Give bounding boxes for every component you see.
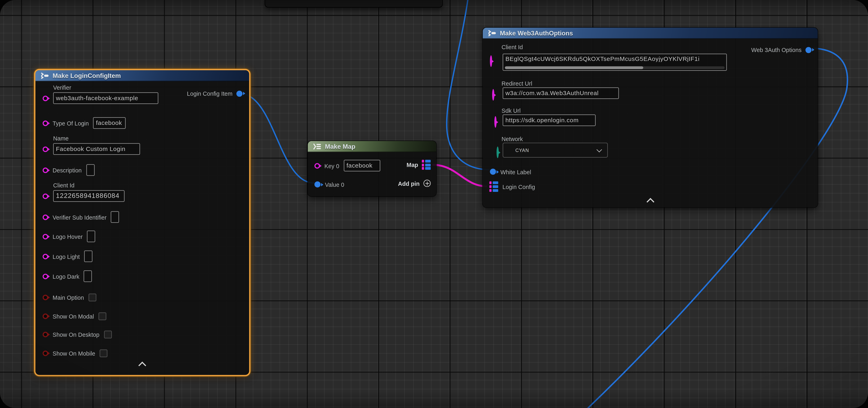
pin-description[interactable] (42, 167, 48, 173)
row-logo-dark: Logo Dark (35, 270, 249, 282)
row-output-login-config-item: Login Config Item (187, 90, 243, 97)
node-title: Make Web3AuthOptions (500, 30, 573, 36)
verifier-sub-identifier-field[interactable] (111, 211, 119, 223)
pin-value-0[interactable] (314, 181, 320, 188)
pin-network[interactable] (497, 146, 499, 158)
add-pin-label: Add pin (398, 180, 420, 186)
pin-label-show-on-modal: Show On Modal (53, 313, 94, 319)
pin-label-sdk-url: Sdk Url (501, 107, 521, 114)
offscreen-node-fragment[interactable] (265, 0, 443, 8)
pin-label-client-id: Client Id (53, 182, 249, 189)
pin-label-name: Name (53, 135, 249, 142)
network-dropdown[interactable]: CYAN (503, 143, 608, 158)
pin-label-description: Description (53, 167, 82, 173)
pin-label-show-on-desktop: Show On Desktop (53, 331, 99, 338)
pin-white-label[interactable] (490, 169, 496, 175)
row-verifier-sub-identifier: Verifier Sub Identifier (35, 211, 249, 223)
pin-label-type-of-login: Type Of Login (53, 120, 89, 127)
pin-show-on-modal[interactable] (42, 313, 48, 319)
make-struct-icon (40, 72, 49, 79)
row-main-option: Main Option (35, 292, 249, 303)
key-0-field[interactable]: facebook (344, 160, 380, 171)
pin-map-output[interactable] (422, 160, 431, 170)
logo-dark-field[interactable] (84, 270, 92, 282)
pin-login-config[interactable] (489, 181, 498, 192)
pin-logo-hover[interactable] (42, 234, 48, 239)
row-client-id: Client Id 1222658941886084 (35, 182, 249, 202)
row-show-on-modal: Show On Modal (35, 310, 249, 322)
pin-key-0[interactable] (314, 163, 320, 168)
pin-label-logo-light: Logo Light (53, 253, 80, 260)
row-logo-hover: Logo Hover (35, 231, 249, 242)
redirect-url-field[interactable]: w3a://com.w3a.Web3AuthUnreal (503, 88, 619, 99)
show-on-modal-checkbox[interactable] (98, 312, 106, 320)
pin-login-config-item-output[interactable] (237, 91, 243, 97)
pin-client-id[interactable] (42, 193, 48, 199)
client-id-field[interactable]: 1222658941886084 (53, 190, 124, 202)
map-output-label: Map (407, 162, 418, 168)
pin-logo-dark[interactable] (42, 273, 48, 279)
collapse-chevron-icon[interactable] (646, 198, 654, 206)
node-header[interactable]: Make Map (308, 141, 436, 152)
client-id-field[interactable]: BEglQSgt4cUWcj6SKRdu5QkOXTsePmMcusG5EAoy… (503, 54, 727, 71)
pin-label-logo-dark: Logo Dark (53, 273, 80, 279)
verifier-field[interactable]: web3auth-facebook-example (53, 92, 158, 104)
logo-hover-field[interactable] (87, 231, 95, 242)
node-header[interactable]: Make LoginConfigItem (35, 70, 249, 81)
pin-label-key-0: Key 0 (324, 162, 339, 169)
logo-light-field[interactable] (84, 250, 92, 262)
client-id-text: BEglQSgt4cUWcj6SKRdu5QkOXTsePmMcusG5EAoy… (503, 54, 726, 62)
pin-label-logo-hover: Logo Hover (53, 233, 83, 240)
row-name: Name Facebook Custom Login (35, 135, 249, 155)
row-type-of-login: Type Of Login facebook (35, 117, 249, 129)
row-show-on-mobile: Show On Mobile (35, 347, 249, 359)
row-output-web3auth-options: Web 3Auth Options (751, 46, 811, 53)
name-field[interactable]: Facebook Custom Login (53, 143, 140, 155)
show-on-mobile-checkbox[interactable] (100, 349, 107, 357)
type-of-login-field[interactable]: facebook (93, 117, 126, 129)
pin-client-id[interactable] (490, 55, 492, 67)
chevron-down-icon (596, 146, 602, 152)
client-id-scrollbar-track[interactable] (505, 66, 725, 69)
pin-name[interactable] (42, 146, 48, 152)
description-field[interactable] (86, 164, 94, 176)
pin-main-option[interactable] (42, 295, 48, 300)
pin-label-network: Network (501, 135, 523, 142)
pin-logo-light[interactable] (42, 253, 48, 259)
pin-verifier[interactable] (42, 95, 48, 101)
pin-verifier-sub-identifier[interactable] (42, 214, 48, 220)
pin-web3auth-options-output[interactable] (805, 47, 811, 53)
row-white-label: White Label (483, 166, 817, 177)
add-pin-plus-icon[interactable] (424, 180, 431, 187)
row-login-config: Login Config (483, 181, 817, 192)
sdk-url-field[interactable]: https://sdk.openlogin.com (503, 114, 596, 126)
graph-canvas[interactable]: Make LoginConfigItem Verifier web3auth-f… (0, 0, 868, 408)
pin-redirect-url[interactable] (492, 89, 494, 101)
node-make-loginconfigitem[interactable]: Make LoginConfigItem Verifier web3auth-f… (35, 70, 249, 375)
node-header[interactable]: Make Web3AuthOptions (483, 28, 817, 39)
row-output-map: Map (407, 160, 431, 170)
show-on-desktop-checkbox[interactable] (104, 330, 112, 338)
output-label: Login Config Item (187, 90, 232, 97)
output-label: Web 3Auth Options (751, 46, 802, 53)
pin-sdk-url[interactable] (494, 116, 497, 128)
pin-show-on-desktop[interactable] (42, 332, 48, 337)
network-selected-value: CYAN (516, 147, 529, 153)
collapse-chevron-icon[interactable] (138, 362, 146, 370)
node-title: Make LoginConfigItem (53, 72, 121, 79)
node-make-map[interactable]: Make Map Key 0 facebook Map Value 0 Add … (308, 141, 436, 196)
pin-show-on-mobile[interactable] (42, 350, 48, 356)
row-logo-light: Logo Light (35, 250, 249, 262)
row-add-pin: Add pin (398, 180, 431, 187)
node-make-web3authoptions[interactable]: Make Web3AuthOptions Client Id Web 3Auth… (483, 28, 817, 207)
client-id-scrollbar-thumb[interactable] (505, 66, 643, 69)
pin-label-verifier: Verifier (53, 84, 249, 91)
node-title: Make Map (325, 143, 355, 149)
blueprint-editor-stage: Make LoginConfigItem Verifier web3auth-f… (0, 0, 868, 408)
main-option-checkbox[interactable] (88, 293, 96, 301)
pin-label-value-0: Value 0 (325, 181, 344, 188)
pin-label-verifier-sub-identifier: Verifier Sub Identifier (53, 214, 106, 220)
make-struct-icon (487, 30, 496, 36)
pin-type-of-login[interactable] (42, 120, 48, 126)
pin-label-login-config: Login Config (502, 183, 535, 190)
